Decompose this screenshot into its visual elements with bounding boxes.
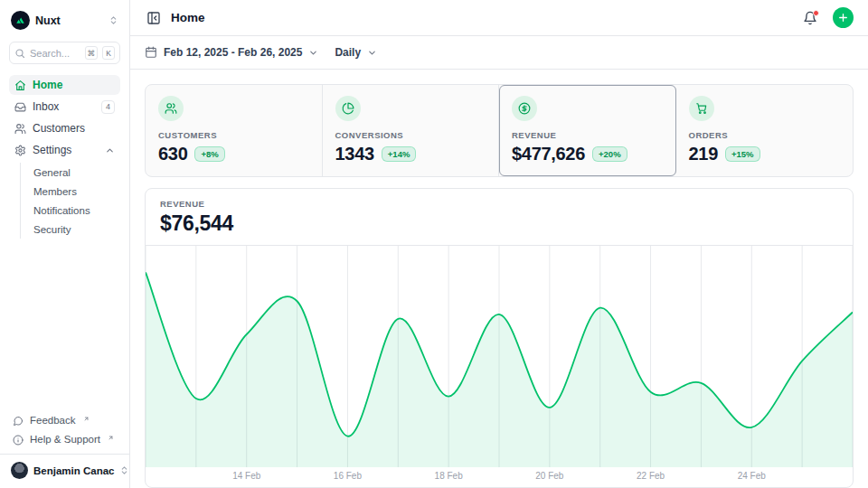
app-root: Nuxt ⌘ K Home Inb [0, 0, 868, 488]
avatar [11, 462, 28, 479]
topbar: Home [130, 0, 868, 36]
user-name: Benjamin Canac [33, 465, 114, 476]
main-panel: Home Feb 12, 2025 - Feb 26, 2025 [130, 0, 868, 488]
search-icon [14, 48, 25, 59]
sidebar-item-members[interactable]: Members [30, 182, 120, 201]
filterbar: Feb 12, 2025 - Feb 26, 2025 Daily [130, 36, 868, 70]
chevron-down-icon [308, 48, 318, 58]
stat-value: $477,626 [512, 144, 585, 164]
stat-label: CONVERSIONS [335, 130, 486, 140]
users-icon [158, 96, 184, 121]
shopping-cart-icon [689, 96, 714, 121]
sidebar-item-label: Home [33, 79, 115, 91]
stat-card-orders[interactable]: ORDERS 219 +15% [676, 85, 854, 176]
sidebar-item-notifications[interactable]: Notifications [30, 201, 120, 220]
chart-metric-value: $76,544 [160, 211, 838, 236]
home-icon [14, 80, 26, 91]
stat-label: ORDERS [689, 130, 841, 140]
content: CUSTOMERS 630 +8% CONVERSIONS 1343 +14% [130, 70, 868, 488]
stat-value: 630 [158, 144, 187, 164]
sidebar: Nuxt ⌘ K Home Inb [0, 0, 130, 488]
add-button[interactable] [833, 7, 854, 28]
kbd-k: K [102, 46, 115, 60]
sidebar-item-customers[interactable]: Customers [9, 118, 120, 138]
stat-label: REVENUE [512, 130, 663, 140]
granularity-select[interactable]: Daily [335, 46, 377, 59]
stat-value: 219 [689, 144, 718, 164]
gear-icon [14, 145, 26, 156]
feedback-label: Feedback [30, 415, 76, 426]
panel-left-close-icon [146, 11, 161, 25]
stat-delta-badge: +8% [194, 146, 224, 162]
sidebar-item-settings[interactable]: Settings [9, 140, 120, 160]
sidebar-nav: Home Inbox 4 Customers Settings [9, 75, 120, 412]
chevrons-up-down-icon [108, 15, 118, 25]
external-link-icon [83, 416, 90, 422]
nuxt-logo-icon [11, 11, 30, 30]
sidebar-item-label: Settings [33, 144, 99, 156]
x-tick-label: 22 Feb [637, 471, 665, 481]
feedback-link[interactable]: Feedback [9, 412, 120, 429]
x-tick-label: 18 Feb [435, 471, 463, 481]
sidebar-item-label: Inbox [33, 100, 95, 113]
sidebar-item-home[interactable]: Home [9, 75, 120, 95]
help-support-label: Help & Support [30, 434, 100, 445]
notification-dot [813, 10, 819, 16]
workspace-name: Nuxt [35, 14, 103, 27]
calendar-icon [145, 46, 157, 59]
message-circle-icon [13, 416, 24, 427]
info-circle-icon [13, 435, 24, 446]
stat-delta-badge: +15% [725, 146, 760, 162]
x-tick-label: 16 Feb [334, 471, 362, 481]
stat-delta-badge: +20% [592, 146, 627, 162]
stat-value: 1343 [335, 144, 374, 164]
date-range-value: Feb 12, 2025 - Feb 26, 2025 [164, 46, 302, 59]
revenue-area-chart[interactable] [146, 246, 853, 467]
external-link-icon [108, 435, 114, 441]
granularity-value: Daily [335, 46, 361, 59]
user-menu[interactable]: Benjamin Canac [0, 454, 129, 481]
sidebar-item-inbox[interactable]: Inbox 4 [9, 97, 120, 117]
inbox-count-badge: 4 [101, 100, 115, 114]
help-support-link[interactable]: Help & Support [9, 431, 120, 448]
date-range-picker[interactable]: Feb 12, 2025 - Feb 26, 2025 [145, 46, 318, 59]
chart-metric-label: REVENUE [160, 199, 838, 209]
notifications-button[interactable] [801, 9, 819, 27]
stats-row: CUSTOMERS 630 +8% CONVERSIONS 1343 +14% [145, 84, 854, 177]
users-icon [14, 123, 26, 135]
stat-card-customers[interactable]: CUSTOMERS 630 +8% [146, 85, 323, 176]
workspace-select[interactable]: Nuxt [9, 9, 120, 30]
page-title: Home [171, 11, 793, 24]
sidebar-item-security[interactable]: Security [30, 220, 120, 239]
revenue-chart-card: REVENUE $76,544 14 Feb16 Feb18 Feb20 Feb… [145, 188, 854, 488]
chart-x-axis: 14 Feb16 Feb18 Feb20 Feb22 Feb24 Feb [146, 467, 853, 487]
kbd-meta: ⌘ [85, 46, 99, 60]
chevrons-up-down-icon [119, 465, 129, 475]
chart-pie-icon [335, 96, 361, 121]
x-tick-label: 14 Feb [232, 471, 260, 481]
circle-dollar-icon [512, 96, 537, 121]
collapse-sidebar-button[interactable] [145, 9, 163, 27]
stat-label: CUSTOMERS [158, 130, 309, 140]
search-input[interactable]: ⌘ K [9, 42, 120, 64]
x-tick-label: 20 Feb [535, 471, 563, 481]
plus-icon [837, 12, 849, 23]
search-field[interactable] [30, 48, 80, 59]
chart-svg [146, 246, 853, 467]
settings-sub-list: General Members Notifications Security [20, 163, 120, 239]
sidebar-footer: Feedback Help & Support Benjamin Canac [9, 412, 120, 481]
sidebar-item-label: Customers [33, 122, 115, 135]
x-tick-label: 24 Feb [738, 471, 766, 481]
stat-delta-badge: +14% [382, 146, 417, 162]
chart-header: REVENUE $76,544 [146, 189, 853, 246]
inbox-icon [14, 101, 26, 113]
sidebar-item-general[interactable]: General [30, 163, 120, 182]
stat-card-conversions[interactable]: CONVERSIONS 1343 +14% [323, 85, 500, 176]
chevron-up-icon [105, 145, 115, 155]
chevron-down-icon [367, 48, 377, 58]
stat-card-revenue[interactable]: REVENUE $477,626 +20% [499, 85, 676, 176]
